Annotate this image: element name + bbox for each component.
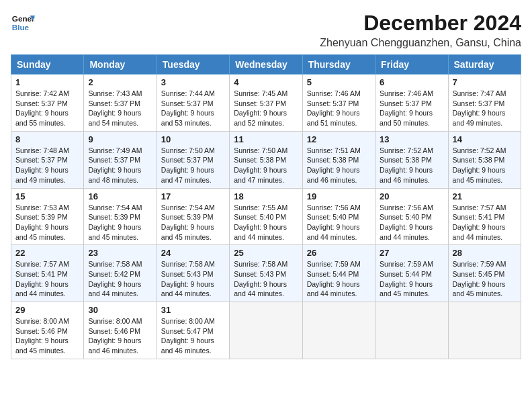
week-row-2: 8Sunrise: 7:48 AMSunset: 5:37 PMDaylight… [11,131,521,188]
day-cell: 20Sunrise: 7:56 AMSunset: 5:40 PMDayligh… [375,188,448,245]
day-cell: 17Sunrise: 7:54 AMSunset: 5:39 PMDayligh… [157,188,229,245]
day-cell [448,302,521,359]
day-number: 21 [453,191,517,201]
day-info: Sunrise: 7:44 AMSunset: 5:37 PMDaylight:… [161,89,225,128]
day-info: Sunrise: 7:59 AMSunset: 5:44 PMDaylight:… [307,259,371,299]
day-number: 1 [15,77,79,87]
day-number: 6 [380,77,443,87]
day-number: 16 [88,191,152,201]
day-cell [302,302,375,359]
day-info: Sunrise: 7:42 AMSunset: 5:37 PMDaylight:… [15,89,79,128]
day-number: 10 [161,134,225,144]
logo-icon: General Blue [11,11,35,35]
day-cell: 15Sunrise: 7:53 AMSunset: 5:39 PMDayligh… [11,188,84,245]
day-cell: 1Sunrise: 7:42 AMSunset: 5:37 PMDaylight… [11,75,84,132]
day-info: Sunrise: 7:49 AMSunset: 5:37 PMDaylight:… [88,146,152,185]
title-area: December 2024 Zhenyuan Chengguanzhen, Ga… [320,11,521,49]
col-header-monday: Monday [84,55,157,75]
day-cell: 13Sunrise: 7:52 AMSunset: 5:38 PMDayligh… [375,131,448,188]
day-info: Sunrise: 7:57 AMSunset: 5:41 PMDaylight:… [15,259,79,299]
day-info: Sunrise: 7:59 AMSunset: 5:45 PMDaylight:… [453,259,517,299]
calendar-table: SundayMondayTuesdayWednesdayThursdayFrid… [11,54,521,359]
location-title: Zhenyuan Chengguanzhen, Gansu, China [320,37,521,49]
day-info: Sunrise: 7:56 AMSunset: 5:40 PMDaylight:… [380,203,443,242]
day-number: 2 [88,77,152,87]
day-cell [375,302,448,359]
day-info: Sunrise: 7:51 AMSunset: 5:38 PMDaylight:… [307,146,371,185]
day-number: 13 [380,134,443,144]
header: General Blue December 2024 Zhenyuan Chen… [11,11,521,49]
day-cell: 22Sunrise: 7:57 AMSunset: 5:41 PMDayligh… [11,245,84,302]
day-info: Sunrise: 7:58 AMSunset: 5:43 PMDaylight:… [161,259,225,299]
day-cell [230,302,302,359]
day-number: 5 [307,77,371,87]
day-number: 23 [88,248,152,258]
day-cell: 29Sunrise: 8:00 AMSunset: 5:46 PMDayligh… [11,302,84,359]
day-number: 18 [234,191,298,201]
day-info: Sunrise: 7:45 AMSunset: 5:37 PMDaylight:… [234,89,298,128]
logo: General Blue [11,11,35,35]
day-cell: 28Sunrise: 7:59 AMSunset: 5:45 PMDayligh… [448,245,521,302]
week-row-5: 29Sunrise: 8:00 AMSunset: 5:46 PMDayligh… [11,302,521,359]
day-cell: 16Sunrise: 7:54 AMSunset: 5:39 PMDayligh… [84,188,157,245]
day-number: 25 [234,248,298,258]
day-info: Sunrise: 7:50 AMSunset: 5:38 PMDaylight:… [234,146,298,185]
day-number: 3 [161,77,225,87]
day-info: Sunrise: 7:52 AMSunset: 5:38 PMDaylight:… [380,146,443,185]
day-number: 29 [15,305,79,315]
svg-text:General: General [12,14,35,23]
day-info: Sunrise: 7:48 AMSunset: 5:37 PMDaylight:… [15,146,79,185]
week-row-4: 22Sunrise: 7:57 AMSunset: 5:41 PMDayligh… [11,245,521,302]
day-info: Sunrise: 7:58 AMSunset: 5:42 PMDaylight:… [88,259,152,299]
day-info: Sunrise: 7:52 AMSunset: 5:38 PMDaylight:… [453,146,517,185]
day-number: 14 [453,134,517,144]
day-cell: 25Sunrise: 7:58 AMSunset: 5:43 PMDayligh… [230,245,302,302]
day-number: 9 [88,134,152,144]
day-info: Sunrise: 7:50 AMSunset: 5:37 PMDaylight:… [161,146,225,185]
day-info: Sunrise: 7:47 AMSunset: 5:37 PMDaylight:… [453,89,517,128]
day-number: 20 [380,191,443,201]
day-cell: 3Sunrise: 7:44 AMSunset: 5:37 PMDaylight… [157,75,229,132]
day-number: 28 [453,248,517,258]
day-cell: 27Sunrise: 7:59 AMSunset: 5:44 PMDayligh… [375,245,448,302]
day-cell: 6Sunrise: 7:46 AMSunset: 5:37 PMDaylight… [375,75,448,132]
day-cell: 19Sunrise: 7:56 AMSunset: 5:40 PMDayligh… [302,188,375,245]
day-cell: 24Sunrise: 7:58 AMSunset: 5:43 PMDayligh… [157,245,229,302]
day-info: Sunrise: 7:56 AMSunset: 5:40 PMDaylight:… [307,203,371,242]
day-info: Sunrise: 8:00 AMSunset: 5:46 PMDaylight:… [88,316,152,356]
day-info: Sunrise: 7:46 AMSunset: 5:37 PMDaylight:… [307,89,371,128]
col-header-thursday: Thursday [302,55,375,75]
day-number: 7 [453,77,517,87]
col-header-tuesday: Tuesday [157,55,229,75]
day-info: Sunrise: 7:55 AMSunset: 5:40 PMDaylight:… [234,203,298,242]
day-cell: 4Sunrise: 7:45 AMSunset: 5:37 PMDaylight… [230,75,302,132]
day-info: Sunrise: 7:58 AMSunset: 5:43 PMDaylight:… [234,259,298,299]
day-cell: 5Sunrise: 7:46 AMSunset: 5:37 PMDaylight… [302,75,375,132]
day-cell: 7Sunrise: 7:47 AMSunset: 5:37 PMDaylight… [448,75,521,132]
col-header-saturday: Saturday [448,55,521,75]
day-number: 12 [307,134,371,144]
month-title: December 2024 [320,11,521,36]
day-info: Sunrise: 7:43 AMSunset: 5:37 PMDaylight:… [88,89,152,128]
col-header-sunday: Sunday [11,55,84,75]
day-cell: 12Sunrise: 7:51 AMSunset: 5:38 PMDayligh… [302,131,375,188]
day-info: Sunrise: 7:54 AMSunset: 5:39 PMDaylight:… [88,203,152,242]
day-info: Sunrise: 7:59 AMSunset: 5:44 PMDaylight:… [380,259,443,299]
day-info: Sunrise: 8:00 AMSunset: 5:47 PMDaylight:… [161,316,225,356]
day-number: 17 [161,191,225,201]
day-cell: 2Sunrise: 7:43 AMSunset: 5:37 PMDaylight… [84,75,157,132]
day-cell: 18Sunrise: 7:55 AMSunset: 5:40 PMDayligh… [230,188,302,245]
day-info: Sunrise: 7:54 AMSunset: 5:39 PMDaylight:… [161,203,225,242]
day-cell: 9Sunrise: 7:49 AMSunset: 5:37 PMDaylight… [84,131,157,188]
day-cell: 23Sunrise: 7:58 AMSunset: 5:42 PMDayligh… [84,245,157,302]
day-number: 15 [15,191,79,201]
day-number: 4 [234,77,298,87]
day-number: 27 [380,248,443,258]
day-number: 30 [88,305,152,315]
day-info: Sunrise: 7:57 AMSunset: 5:41 PMDaylight:… [453,203,517,242]
day-number: 22 [15,248,79,258]
day-cell: 26Sunrise: 7:59 AMSunset: 5:44 PMDayligh… [302,245,375,302]
day-number: 8 [15,134,79,144]
day-cell: 8Sunrise: 7:48 AMSunset: 5:37 PMDaylight… [11,131,84,188]
day-info: Sunrise: 8:00 AMSunset: 5:46 PMDaylight:… [15,316,79,356]
